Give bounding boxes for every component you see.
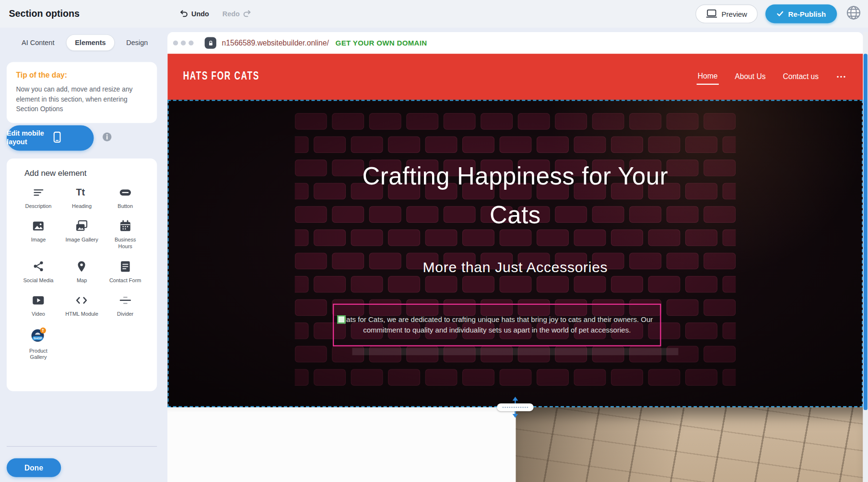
site-header: HATS FOR CATS Home About Us Contact us [167,54,863,100]
image-gallery-icon [75,219,89,233]
tab-elements[interactable]: Elements [66,34,115,51]
topbar: Section options Undo Redo Preview [0,0,868,28]
tab-ai-content[interactable]: AI Content [13,35,63,50]
nav-item-home[interactable]: Home [697,69,719,85]
svg-text:SHOP: SHOP [34,336,42,340]
site-logo: HATS FOR CATS [183,69,259,82]
pattern-box [704,113,736,130]
pattern-box [537,369,569,386]
pattern-box [648,369,680,386]
pattern-box [555,113,587,130]
pattern-box [481,113,513,130]
next-section[interactable] [167,407,863,482]
pattern-box [332,206,364,223]
button-icon [118,185,132,199]
hero-section[interactable]: Crafting Happiness for Your Cats More th… [167,100,863,407]
get-domain-link[interactable]: GET YOUR OWN DOMAIN [336,39,427,47]
mobile-layout-row: Edit mobile layout [7,125,112,150]
pattern-box [685,137,717,153]
site-nav: Home About Us Contact us [697,54,848,100]
info-icon[interactable] [102,132,112,144]
language-globe-button[interactable] [845,5,862,23]
pattern-box [462,369,494,386]
add-element-image[interactable]: Image [17,219,60,250]
pattern-box [295,369,309,386]
svg-text:Tt: Tt [76,187,85,197]
edit-mobile-layout-button[interactable]: Edit mobile layout [7,125,94,150]
element-resize-handle[interactable] [337,315,345,323]
add-element-product-gallery[interactable]: SHOP↑ Product Gallery [17,327,60,361]
map-pin-icon [75,259,89,274]
add-element-description[interactable]: Description [17,185,60,209]
nav-item-contact[interactable]: Contact us [782,69,820,84]
nav-item-about[interactable]: About Us [734,69,767,84]
redo-button[interactable]: Redo [223,8,253,19]
republish-button[interactable]: Re-Publish [765,4,837,23]
undo-icon [178,8,188,19]
pattern-box [722,183,736,200]
scrollbar-track [863,32,868,482]
tip-body: Now you can add, move and resize any ele… [16,84,148,114]
topbar-actions: Preview Re-Publish [695,4,862,23]
window-dot [181,40,186,45]
pattern-box [704,299,736,316]
add-element-html-module[interactable]: HTML Module [60,293,104,317]
add-element-business-hours[interactable]: Business Hours [104,219,147,250]
monitor-icon [706,8,717,20]
pattern-box [295,322,309,339]
arrow-down-icon [513,414,518,418]
pattern-box [351,137,383,153]
pattern-box [667,206,699,223]
undo-button[interactable]: Undo [178,8,209,19]
selected-paragraph-element[interactable]: Hats for Cats, we are dedicated to craft… [333,304,661,346]
pattern-box [295,299,327,316]
add-element-contact-form[interactable]: Contact Form [104,259,147,284]
add-element-heading[interactable]: Tt Heading [60,185,104,209]
preview-button[interactable]: Preview [695,4,758,23]
hero-subheading[interactable]: More than Just Accessories [167,259,863,276]
done-button[interactable]: Done [7,458,61,477]
pattern-box [611,137,643,153]
add-element-image-gallery[interactable]: Image Gallery [60,219,104,250]
pattern-box [667,299,699,316]
history-controls: Undo Redo [178,0,252,28]
sidebar: AI Content Elements Design Tip of the da… [0,28,165,482]
add-element-video[interactable]: Video [17,293,60,317]
nav-more-icon[interactable] [835,74,848,80]
pattern-box [574,369,606,386]
pattern-box [425,137,457,153]
pattern-box [685,369,717,386]
pattern-box [388,369,420,386]
pattern-box [685,276,717,293]
site-url: n1566589.websitebuilder.online/ [222,39,329,47]
pattern-box [462,276,494,293]
add-element-map[interactable]: Map [60,259,104,284]
pattern-box [351,276,383,293]
add-element-social-media[interactable]: Social Media [17,259,60,284]
pattern-box [369,113,401,130]
pattern-box [537,276,569,293]
html-code-icon [75,293,89,307]
add-element-divider[interactable]: Divider [104,293,147,317]
pattern-box [704,346,736,363]
add-element-button[interactable]: Button [104,185,147,209]
pattern-box [704,160,736,176]
tip-title: Tip of the day: [16,71,148,79]
scrollbar-thumb[interactable] [864,54,868,410]
pattern-box [667,160,699,176]
pattern-box [295,113,327,130]
pattern-box [295,346,327,363]
tab-design[interactable]: Design [118,35,156,50]
element-shadow-bar [352,348,678,355]
hero-heading[interactable]: Crafting Happiness for Your Cats [360,157,671,234]
page-title: Section options [9,8,80,19]
edit-mobile-label: Edit mobile layout [7,130,47,147]
pattern-box [518,113,550,130]
pattern-box [704,206,736,223]
pattern-box [574,276,606,293]
sidebar-divider [7,446,157,447]
pattern-box [722,322,736,339]
section-resize-handle[interactable] [493,398,538,416]
pattern-box [667,113,699,130]
pattern-box [332,113,364,130]
